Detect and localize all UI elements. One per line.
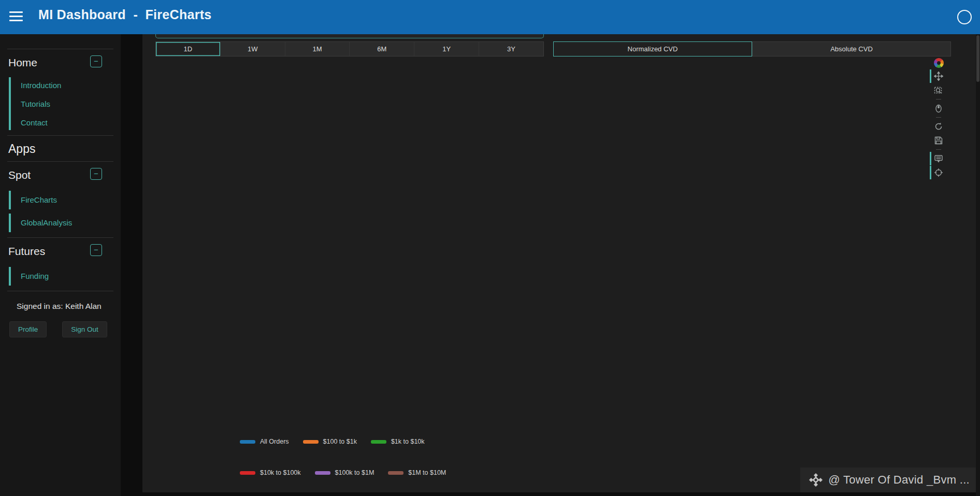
hamburger-menu-icon[interactable] [9, 11, 23, 22]
sidebar-title-apps: Apps [0, 136, 121, 161]
box-zoom-tool-icon[interactable] [933, 84, 944, 96]
scrollbar-thumb[interactable] [976, 35, 979, 82]
legend-swatch [240, 440, 255, 444]
sign-out-button[interactable]: Sign Out [62, 321, 107, 337]
legend-swatch [371, 440, 386, 444]
sidebar-item-globalanalysis[interactable]: GlobalAnalysis [0, 211, 121, 234]
profile-button[interactable]: Profile [9, 321, 47, 337]
sidebar-heading-futures: Futures [8, 245, 45, 258]
sidebar-item-contact[interactable]: Contact [0, 114, 121, 132]
legend-label: $1M to $10M [408, 469, 446, 476]
time-range-group: 1D1W1M6M1Y3Y [155, 41, 544, 56]
legend-label: $100k to $1M [335, 469, 374, 476]
legend-label: $10k to $100k [260, 469, 301, 476]
bokeh-logo-icon[interactable] [934, 58, 944, 68]
sidebar-heading-spot: Spot [8, 169, 31, 181]
binance-diamond-icon [809, 473, 823, 487]
legend-item--100-to-1k[interactable]: $100 to $1k [303, 438, 357, 445]
sidebar: Home−IntroductionTutorialsContactAppsSpo… [0, 34, 121, 496]
crosshair-tool-icon[interactable] [933, 167, 944, 178]
plot-toolbar [931, 58, 946, 178]
main-content-panel [142, 34, 977, 492]
sidebar-item-funding[interactable]: Funding [0, 265, 121, 288]
collapse-futures-button[interactable]: − [90, 244, 102, 256]
legend-swatch [303, 440, 319, 444]
sidebar-heading-home: Home [8, 56, 37, 69]
legend-row-2: $10k to $100k$100k to $1M$1M to $10M [240, 469, 446, 476]
app-title: MI Dashboard - FireCharts [38, 7, 212, 22]
sidebar-item-tutorials[interactable]: Tutorials [0, 95, 121, 114]
reset-tool-icon[interactable] [933, 121, 944, 132]
user-circle-icon[interactable] [957, 10, 972, 24]
cvd-mode-normalized-cvd-button[interactable]: Normalized CVD [553, 41, 752, 56]
time-range-1w-button[interactable]: 1W [221, 42, 285, 56]
collapse-spot-button[interactable]: − [90, 168, 102, 180]
time-range-1m-button[interactable]: 1M [285, 42, 350, 56]
signed-in-text: Signed in as: Keith Alan [0, 291, 121, 311]
header-bar: MI Dashboard - FireCharts [0, 0, 980, 34]
legend-item--100k-to-1m[interactable]: $100k to $1M [315, 469, 374, 476]
hover-tool-icon[interactable] [933, 153, 944, 164]
legend-row-1: All Orders$100 to $1k$1k to $10k [240, 438, 425, 445]
legend-label: $100 to $1k [323, 438, 357, 445]
legend-swatch [315, 471, 330, 475]
legend-swatch [388, 471, 403, 475]
legend-item-all-orders[interactable]: All Orders [240, 438, 289, 445]
legend-swatch [240, 471, 255, 475]
legend-item--1k-to-10k[interactable]: $1k to $10k [371, 438, 425, 445]
save-tool-icon[interactable] [933, 135, 944, 146]
wheel-zoom-tool-icon[interactable] [933, 103, 944, 114]
time-range-1d-button[interactable]: 1D [156, 42, 221, 56]
sidebar-item-introduction[interactable]: Introduction [0, 76, 121, 95]
attribution-badge: @ Tower Of David _Bvm ... [800, 467, 977, 492]
collapse-home-button[interactable]: − [90, 55, 102, 67]
time-range-6m-button[interactable]: 6M [350, 42, 414, 56]
pan-tool-icon[interactable] [933, 70, 944, 82]
legend-label: $1k to $10k [391, 438, 425, 445]
attribution-text: @ Tower Of David _Bvm ... [828, 473, 970, 487]
legend-item--10k-to-100k[interactable]: $10k to $100k [240, 469, 301, 476]
scrolled-out-element [155, 34, 544, 38]
legend-label: All Orders [260, 438, 289, 445]
time-range-1y-button[interactable]: 1Y [414, 42, 479, 56]
sidebar-item-firecharts[interactable]: FireCharts [0, 189, 121, 211]
cvd-mode-absolute-cvd-button[interactable]: Absolute CVD [752, 41, 951, 56]
legend-item--1m-to-10m[interactable]: $1M to $10M [388, 469, 446, 476]
page-scrollbar[interactable] [976, 34, 980, 496]
time-range-3y-button[interactable]: 3Y [479, 42, 543, 56]
